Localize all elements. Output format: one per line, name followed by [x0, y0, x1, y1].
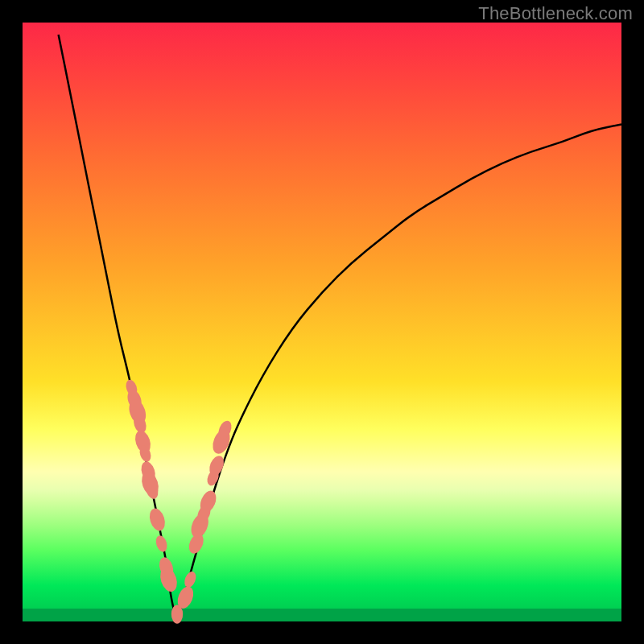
- outer-frame: TheBottleneck.com: [0, 0, 644, 644]
- marker-group: [124, 378, 233, 624]
- highlight-dot: [182, 570, 198, 589]
- chart-svg: [23, 23, 621, 621]
- watermark-text: TheBottleneck.com: [478, 3, 633, 24]
- curve-right-branch: [178, 125, 621, 616]
- highlight-dot: [154, 534, 169, 553]
- highlight-dot: [147, 506, 168, 533]
